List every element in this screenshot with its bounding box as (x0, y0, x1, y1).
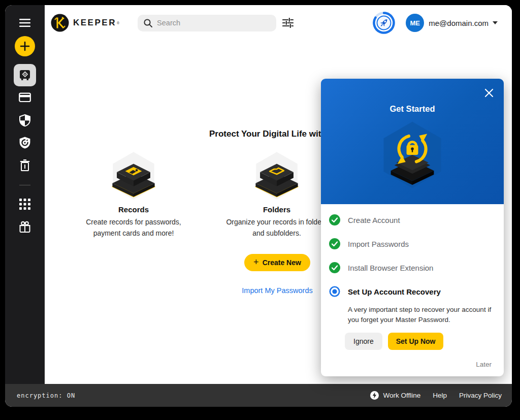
step-label: Import Passwords (348, 240, 409, 248)
vault-icon (18, 69, 31, 82)
sidebar-item-security[interactable] (19, 114, 31, 126)
app-window: KEEPER® (5, 5, 512, 407)
sidebar-item-breachwatch[interactable] (19, 137, 31, 149)
step-label: Install Browser Extension (348, 264, 433, 272)
step-label: Create Account (348, 216, 400, 224)
step-create-account[interactable]: Create Account (329, 212, 496, 228)
keeper-logo-icon (51, 14, 69, 32)
privacy-policy-link[interactable]: Privacy Policy (459, 392, 502, 399)
feature-title: Records (118, 205, 149, 214)
hamburger-menu-icon[interactable] (19, 17, 31, 29)
chevron-down-icon[interactable] (493, 21, 498, 24)
check-circle-icon (329, 262, 340, 273)
bolt-icon (370, 391, 379, 400)
grid-icon (19, 199, 30, 210)
trash-icon (20, 159, 30, 172)
breachwatch-shield-icon (19, 137, 30, 149)
vault-sync-illustration (374, 117, 450, 193)
search-filter-button[interactable] (282, 18, 294, 28)
help-link[interactable]: Help (433, 392, 447, 399)
step-install-extension[interactable]: Install Browser Extension (329, 260, 496, 275)
sidebar-item-payment-cards[interactable] (19, 91, 31, 104)
feature-description: Create records for passwords, payment ca… (75, 216, 192, 239)
registered-mark: ® (117, 21, 119, 25)
search-bar[interactable] (138, 15, 276, 31)
set-up-now-button[interactable]: Set Up Now (388, 333, 444, 350)
search-input[interactable] (157, 19, 258, 27)
tune-icon (282, 18, 294, 28)
modal-title: Get Started (390, 104, 435, 114)
rocket-progress-icon (372, 11, 396, 35)
search-icon (144, 19, 152, 27)
step-label: Set Up Account Recovery (348, 287, 441, 296)
feature-title: Folders (263, 205, 290, 214)
get-started-modal: Get Started (321, 79, 504, 376)
check-circle-icon (329, 214, 340, 225)
folders-icon (250, 149, 303, 202)
later-link[interactable]: Later (476, 361, 492, 368)
shield-icon (19, 114, 30, 126)
feature-description: Organize your records in folders and sub… (226, 216, 328, 239)
sidebar (5, 5, 45, 384)
keeper-logo[interactable]: KEEPER® (51, 14, 119, 32)
gift-icon (19, 221, 31, 233)
sidebar-item-apps[interactable] (19, 198, 31, 210)
step-description: A very important step to recover your ac… (348, 305, 496, 325)
close-icon[interactable] (484, 88, 494, 98)
radio-selected-icon (329, 286, 340, 297)
import-passwords-link[interactable]: Import My Passwords (226, 286, 328, 295)
onboarding-steps: Create Account Import Passwords Install … (321, 204, 504, 350)
sidebar-divider (19, 185, 30, 185)
account-email[interactable]: me@domain.com (429, 19, 489, 27)
status-bar: encryption: ON Work Offline Help Privacy… (5, 384, 512, 407)
avatar[interactable]: ME (406, 14, 424, 32)
keeper-wordmark: KEEPER (73, 18, 116, 28)
encryption-status: encryption: ON (17, 392, 75, 399)
credit-card-icon (19, 92, 31, 103)
records-icon (107, 149, 160, 202)
ignore-button[interactable]: Ignore (345, 333, 382, 350)
plus-icon: + (253, 257, 259, 267)
top-bar: KEEPER® (45, 5, 512, 41)
create-new-button[interactable]: + Create New (244, 254, 310, 271)
work-offline-label: Work Offline (383, 392, 420, 399)
sidebar-item-rewards[interactable] (19, 221, 31, 233)
feature-records: Records Create records for passwords, pa… (75, 149, 192, 239)
onboarding-progress-button[interactable] (372, 11, 396, 35)
screen-background: KEEPER® (0, 0, 520, 420)
step-account-recovery[interactable]: Set Up Account Recovery (329, 284, 496, 299)
create-new-label: Create New (263, 259, 301, 267)
feature-folders: Folders Organize your records in folders… (226, 149, 328, 239)
step-import-passwords[interactable]: Import Passwords (329, 236, 496, 251)
create-new-sidebar-button[interactable] (15, 36, 35, 56)
sidebar-item-vault[interactable] (14, 64, 36, 86)
sidebar-item-deleted-items[interactable] (19, 159, 31, 172)
check-circle-icon (329, 238, 340, 249)
modal-header: Get Started (321, 79, 504, 204)
work-offline-button[interactable]: Work Offline (370, 391, 420, 400)
